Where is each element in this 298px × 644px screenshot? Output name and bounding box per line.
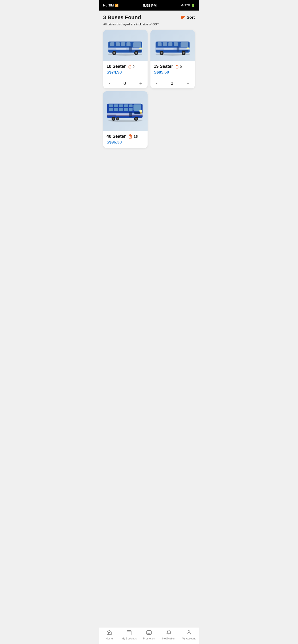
- luggage-icon-19: [175, 64, 179, 69]
- svg-rect-56: [116, 114, 129, 116]
- svg-rect-14: [129, 46, 132, 52]
- qty-plus-19[interactable]: +: [185, 81, 192, 86]
- svg-rect-3: [133, 42, 141, 48]
- svg-rect-55: [140, 112, 142, 114]
- status-carrier: No SIM 📶: [103, 4, 118, 7]
- svg-rect-52: [129, 108, 133, 111]
- bus-info-40-seater: 40 Seater 15 S$96.30: [103, 131, 147, 148]
- status-battery: ⊙ 97% 🔋: [181, 4, 195, 7]
- luggage-count-10: 0: [133, 65, 135, 68]
- svg-rect-23: [158, 42, 162, 46]
- svg-point-30: [161, 52, 163, 54]
- bus-info-10-seater: 10 Seater 0 S$74.90: [103, 61, 147, 78]
- seater-row-19: 19 Seater 0: [154, 64, 192, 69]
- svg-point-60: [117, 118, 118, 120]
- svg-rect-49: [114, 108, 118, 111]
- price-19: S$85.60: [154, 70, 192, 75]
- luggage-icon-40: [128, 134, 133, 139]
- status-bar: No SIM 📶 5:58 PM ⊙ 97% 🔋: [99, 0, 199, 10]
- svg-rect-42: [134, 104, 141, 111]
- sort-icon: [181, 16, 185, 19]
- bus-image-19-seater: [151, 30, 195, 61]
- qty-minus-19[interactable]: -: [154, 81, 159, 86]
- price-10: S$74.90: [106, 70, 144, 75]
- svg-rect-33: [177, 46, 180, 52]
- svg-rect-54: [140, 110, 142, 112]
- seater-row-10: 10 Seater 0: [106, 64, 144, 69]
- bus-card-40-seater: 40 Seater 15 S$96.30: [103, 91, 147, 148]
- bus-grid: 10 Seater 0 S$74.90 - 0 +: [103, 30, 195, 148]
- luggage-icon-10: [128, 64, 132, 69]
- svg-rect-45: [119, 104, 123, 107]
- svg-rect-48: [109, 108, 113, 111]
- luggage-count-19: 0: [180, 65, 182, 68]
- qty-plus-10[interactable]: +: [137, 81, 144, 86]
- qty-control-19: - 0 +: [151, 78, 195, 88]
- svg-rect-26: [174, 42, 178, 46]
- price-40: S$96.30: [106, 140, 144, 145]
- svg-rect-22: [181, 42, 188, 48]
- qty-value-19: 0: [171, 81, 173, 86]
- svg-point-62: [135, 118, 137, 120]
- luggage-count-40: 15: [134, 134, 138, 138]
- qty-control-10: - 0 +: [103, 78, 147, 88]
- bus-info-19-seater: 19 Seater 0 S$85.60: [151, 61, 195, 78]
- header-row: 3 Buses Found Sort: [103, 14, 195, 20]
- luggage-wrap-40: 15: [128, 134, 138, 139]
- luggage-wrap-19: 0: [175, 64, 182, 69]
- svg-rect-15: [116, 48, 126, 50]
- svg-rect-50: [119, 108, 123, 111]
- luggage-wrap-10: 0: [128, 64, 135, 69]
- svg-rect-46: [124, 104, 128, 107]
- bus-image-10-seater: [103, 30, 147, 61]
- svg-rect-43: [109, 104, 113, 107]
- svg-rect-7: [126, 42, 130, 46]
- svg-rect-64: [107, 116, 143, 116]
- status-time: 5:58 PM: [143, 3, 157, 8]
- qty-minus-10[interactable]: -: [106, 81, 112, 86]
- seater-name-40: 40 Seater: [106, 134, 126, 139]
- sort-button[interactable]: Sort: [181, 15, 195, 20]
- main-content: 3 Buses Found Sort All prices displayed …: [99, 10, 199, 198]
- svg-rect-28: [187, 48, 189, 49]
- bus-card-19-seater: 19 Seater 0 S$85.60 - 0 +: [151, 30, 195, 88]
- svg-rect-6: [121, 42, 125, 46]
- buses-found-title: 3 Buses Found: [103, 14, 141, 20]
- svg-rect-25: [169, 42, 173, 46]
- svg-rect-51: [124, 108, 128, 111]
- svg-rect-5: [116, 42, 120, 46]
- svg-point-58: [113, 118, 115, 120]
- bus-card-10-seater: 10 Seater 0 S$74.90 - 0 +: [103, 30, 147, 88]
- svg-rect-47: [129, 104, 133, 107]
- svg-rect-24: [163, 42, 167, 46]
- svg-point-11: [113, 52, 115, 54]
- svg-rect-9: [139, 48, 142, 49]
- seater-row-40: 40 Seater 15: [106, 134, 144, 139]
- svg-rect-63: [129, 112, 132, 118]
- svg-rect-4: [110, 42, 114, 46]
- gst-note: All prices displayed are inclusive of GS…: [103, 22, 195, 26]
- svg-point-32: [183, 52, 185, 54]
- seater-name-10: 10 Seater: [106, 64, 126, 69]
- svg-point-13: [135, 52, 137, 54]
- svg-rect-34: [164, 48, 174, 50]
- svg-rect-44: [114, 104, 118, 107]
- bus-image-40-seater: [103, 91, 147, 131]
- seater-name-19: 19 Seater: [154, 64, 173, 69]
- qty-value-10: 0: [123, 81, 126, 86]
